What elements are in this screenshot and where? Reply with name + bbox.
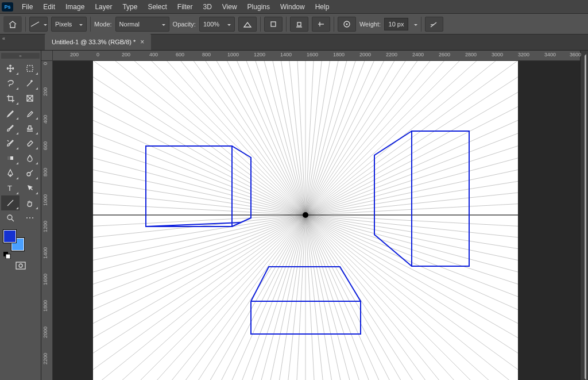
lasso-tool[interactable] — [1, 76, 20, 91]
history-brush-tool[interactable] — [1, 136, 20, 151]
app-badge[interactable]: Ps — [2, 2, 13, 11]
stamp-tool[interactable] — [21, 121, 39, 136]
mode-dropdown[interactable]: Normal — [115, 17, 169, 32]
dodge-tool[interactable] — [21, 166, 39, 181]
healing-tool[interactable] — [21, 106, 39, 121]
opacity-label: Opacity: — [173, 21, 196, 28]
artboard[interactable] — [93, 61, 518, 380]
crop-tool[interactable] — [1, 91, 20, 106]
svg-point-28 — [19, 264, 22, 267]
svg-line-74 — [93, 215, 305, 380]
divider — [286, 17, 287, 32]
ruler-tick: 200 — [70, 52, 79, 57]
ruler-tick: 200 — [122, 52, 130, 57]
right-cube — [374, 131, 469, 266]
canvas-drawing — [93, 61, 518, 380]
eraser-tool[interactable] — [21, 136, 39, 151]
ruler-tick: 600 — [176, 52, 184, 57]
menu-file[interactable]: File — [17, 1, 38, 13]
viewport[interactable] — [53, 61, 580, 380]
pressure-opacity-toggle[interactable] — [238, 17, 257, 32]
path-select-tool[interactable] — [21, 181, 39, 195]
document-tab-title: Untitled-1 @ 33.3% (RGB/8) * — [52, 39, 136, 45]
close-tab-icon[interactable]: × — [140, 38, 144, 46]
menu-view[interactable]: View — [217, 1, 242, 13]
align-icon[interactable] — [290, 17, 308, 32]
svg-line-87 — [93, 215, 305, 269]
quickmask-toggle[interactable] — [13, 259, 29, 272]
svg-line-72 — [93, 215, 305, 380]
divider — [90, 17, 91, 32]
right-panel-expand[interactable] — [580, 51, 588, 380]
svg-rect-15 — [7, 156, 10, 160]
menu-layer[interactable]: Layer — [90, 1, 117, 13]
divider — [421, 17, 421, 32]
svg-rect-3 — [297, 22, 301, 26]
zoom-tool[interactable] — [1, 210, 20, 225]
ruler-tick: 1400 — [42, 247, 48, 259]
anti-alias-toggle[interactable] — [264, 17, 283, 32]
opacity-field[interactable]: 100% — [199, 17, 235, 32]
svg-line-94 — [93, 81, 305, 215]
pen-tool[interactable] — [1, 166, 20, 181]
ruler-tick: 1000 — [42, 194, 48, 206]
svg-text:T: T — [7, 184, 12, 193]
frame-tool[interactable] — [21, 91, 39, 106]
menu-window[interactable]: Window — [275, 1, 310, 13]
mode-label: Mode: — [94, 21, 112, 28]
brush-tool[interactable] — [1, 121, 20, 136]
home-button[interactable] — [3, 16, 22, 32]
svg-line-56 — [305, 215, 386, 380]
menu-filter[interactable]: Filter — [172, 1, 198, 13]
horizontal-ruler[interactable]: 200 0 200 400 600 800 1000 1200 1400 160… — [53, 51, 580, 61]
tool-preset-picker[interactable] — [29, 17, 48, 32]
foreground-color-swatch[interactable] — [3, 230, 16, 243]
svg-line-123 — [305, 61, 413, 215]
menu-select[interactable]: Select — [142, 1, 172, 13]
menu-image[interactable]: Image — [60, 1, 90, 13]
move-tool[interactable] — [1, 61, 20, 76]
svg-point-150 — [303, 212, 308, 218]
ruler-tick: 800 — [42, 168, 48, 176]
menu-plugins[interactable]: Plugins — [242, 1, 275, 13]
type-tool[interactable]: T — [1, 181, 20, 195]
workspace: » T — [0, 51, 588, 380]
menu-type[interactable]: Type — [117, 1, 142, 13]
menu-edit[interactable]: Edit — [38, 1, 60, 13]
ruler-tick: 3600 — [570, 52, 581, 57]
divider — [260, 17, 261, 32]
snap-icon[interactable] — [312, 17, 330, 32]
weight-field[interactable]: 10 px — [384, 18, 408, 30]
ruler-tick: 2200 — [386, 52, 397, 57]
ruler-origin[interactable] — [41, 51, 53, 61]
svg-line-80 — [93, 215, 305, 380]
line-tool[interactable] — [1, 195, 20, 210]
ruler-tick: 200 — [42, 87, 48, 96]
ruler-tick: 1200 — [254, 52, 265, 57]
stroke-settings-icon[interactable] — [338, 17, 356, 32]
gradient-tool[interactable] — [1, 151, 20, 166]
svg-line-69 — [93, 215, 305, 380]
menu-3d[interactable]: 3D — [198, 1, 216, 13]
magic-wand-tool[interactable] — [21, 76, 39, 91]
panels-collapse-icon[interactable]: « — [2, 36, 5, 41]
marquee-tool[interactable] — [21, 61, 39, 76]
mode-value: Normal — [119, 21, 140, 28]
divider — [25, 17, 26, 32]
svg-line-91 — [93, 161, 305, 215]
svg-line-73 — [93, 215, 305, 380]
hand-tool[interactable] — [21, 195, 39, 210]
more-tools[interactable] — [21, 210, 39, 225]
blur-tool[interactable] — [21, 151, 39, 166]
default-colors-icon[interactable] — [3, 252, 11, 259]
menu-help[interactable]: Help — [310, 1, 335, 13]
units-dropdown[interactable]: Pixels — [51, 17, 87, 32]
weight-chevron-icon[interactable] — [412, 20, 417, 28]
toolbox-collapse[interactable]: » — [1, 53, 40, 59]
pressure-size-toggle[interactable] — [425, 17, 443, 32]
ruler-tick: 0 — [96, 52, 99, 57]
document-tab[interactable]: Untitled-1 @ 33.3% (RGB/8) * × — [45, 34, 151, 50]
svg-point-24 — [32, 217, 33, 218]
vertical-ruler[interactable]: 0 200 400 600 800 1000 1200 1400 1600 18… — [41, 51, 53, 380]
eyedropper-tool[interactable] — [1, 106, 20, 121]
